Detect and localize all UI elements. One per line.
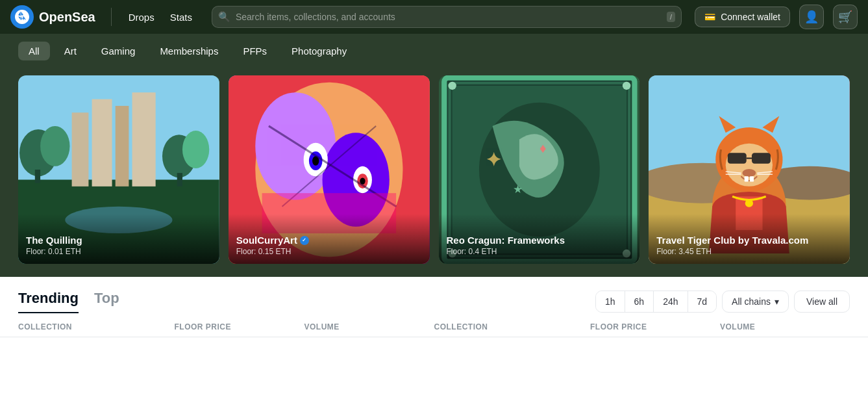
col-volume-left: Volume — [304, 322, 434, 331]
search-wrap: 🔍 / — [212, 6, 682, 28]
svg-rect-52 — [745, 176, 749, 181]
nav-drops[interactable]: Drops — [122, 8, 161, 27]
chains-label: All chains — [732, 296, 771, 307]
svg-rect-48 — [728, 153, 747, 164]
nft-card-1-title: The Quilling — [26, 235, 212, 246]
nft-card-4-floor: Floor: 3.45 ETH — [656, 247, 842, 256]
trending-section: Trending Top 1h 6h 24h 7d All chains ▾ V… — [0, 277, 868, 313]
svg-rect-10 — [35, 170, 40, 183]
trending-header: Trending Top 1h 6h 24h 7d All chains ▾ V… — [18, 290, 850, 313]
nft-card-3-overlay: Reo Cragun: Frameworks Floor: 0.4 ETH — [439, 214, 640, 264]
nft-card-3[interactable]: ✦ ♦ ★ Reo Cragun: Frameworks Floor: 0.4 … — [439, 75, 640, 264]
category-pfps[interactable]: PFPs — [232, 42, 277, 60]
logo[interactable]: OpenSea — [10, 5, 95, 29]
opensea-logo-svg — [15, 10, 29, 24]
connect-wallet-label: Connect wallet — [721, 12, 780, 22]
nft-card-2-floor: Floor: 0.15 ETH — [236, 247, 422, 256]
svg-point-9 — [182, 131, 209, 168]
chevron-down-icon: ▾ — [775, 296, 779, 307]
search-shortcut: / — [667, 12, 675, 22]
svg-text:✦: ✦ — [486, 149, 501, 170]
svg-text:★: ★ — [512, 183, 522, 196]
svg-rect-11 — [177, 173, 182, 187]
svg-rect-49 — [752, 153, 771, 164]
table-header: Collection Floor Price Volume Collection… — [0, 313, 868, 337]
nft-card-3-floor: Floor: 0.4 ETH — [447, 247, 632, 256]
nft-card-4[interactable]: Travel Tiger Club by Travala.com Floor: … — [649, 75, 850, 264]
nft-card-3-title: Reo Cragun: Frameworks — [447, 235, 632, 246]
svg-point-36 — [622, 82, 630, 90]
verified-badge: ✓ — [300, 236, 309, 245]
category-bar: All Art Gaming Memberships PFPs Photogra… — [0, 34, 868, 68]
nft-card-2[interactable]: SoulCurryArt ✓ Floor: 0.15 ETH — [229, 75, 430, 264]
cart-button[interactable]: 🛒 — [833, 5, 858, 29]
nft-card-1-overlay: The Quilling Floor: 0.01 ETH — [18, 214, 219, 264]
nft-card-4-overlay: Travel Tiger Club by Travala.com Floor: … — [649, 214, 850, 264]
col-floor-left: Floor Price — [175, 322, 304, 331]
main-nav: Drops Stats — [122, 8, 199, 27]
svg-point-59 — [745, 199, 753, 207]
header: OpenSea Drops Stats 🔍 / 💳 Connect wallet… — [0, 0, 868, 34]
tab-trending[interactable]: Trending — [18, 290, 79, 313]
svg-rect-2 — [72, 112, 89, 187]
wallet-icon: 💳 — [704, 12, 715, 22]
connect-wallet-button[interactable]: 💳 Connect wallet — [695, 6, 790, 27]
svg-rect-3 — [92, 99, 112, 187]
logo-text: OpenSea — [39, 10, 95, 25]
svg-rect-53 — [750, 176, 754, 181]
time-filter-group: 1h 6h 24h 7d — [595, 291, 717, 313]
time-btn-24h[interactable]: 24h — [654, 291, 688, 312]
svg-point-47 — [726, 144, 773, 187]
svg-point-7 — [40, 126, 69, 166]
category-photography[interactable]: Photography — [281, 42, 357, 60]
nft-card-1-floor: Floor: 0.01 ETH — [26, 247, 212, 256]
category-gaming[interactable]: Gaming — [91, 42, 146, 60]
all-chains-button[interactable]: All chains ▾ — [722, 291, 789, 313]
svg-point-51 — [743, 169, 756, 177]
nft-cards-section: The Quilling Floor: 0.01 ETH — [0, 68, 868, 277]
category-memberships[interactable]: Memberships — [149, 42, 229, 60]
search-icon: 🔍 — [218, 11, 230, 23]
svg-rect-4 — [116, 106, 129, 187]
tab-top[interactable]: Top — [94, 290, 119, 313]
col-floor-right: Floor Price — [590, 322, 720, 331]
nav-stats[interactable]: Stats — [164, 8, 199, 27]
svg-rect-5 — [132, 92, 156, 187]
svg-text:♦: ♦ — [539, 140, 546, 155]
trending-tabs: Trending Top — [18, 290, 119, 313]
category-art[interactable]: Art — [54, 42, 87, 60]
cart-icon: 🛒 — [838, 10, 852, 24]
profile-button[interactable]: 👤 — [799, 5, 824, 29]
time-btn-7d[interactable]: 7d — [688, 291, 717, 312]
category-all[interactable]: All — [18, 42, 50, 60]
nft-card-2-title: SoulCurryArt ✓ — [236, 235, 422, 246]
svg-point-35 — [448, 82, 456, 90]
nft-card-1[interactable]: The Quilling Floor: 0.01 ETH — [18, 75, 219, 264]
header-divider — [111, 8, 112, 26]
time-btn-1h[interactable]: 1h — [596, 291, 625, 312]
nft-card-4-title: Travel Tiger Club by Travala.com — [656, 235, 842, 246]
trend-controls: 1h 6h 24h 7d All chains ▾ View all — [595, 291, 850, 313]
nft-card-2-overlay: SoulCurryArt ✓ Floor: 0.15 ETH — [229, 214, 430, 264]
logo-icon — [10, 5, 34, 29]
col-collection-left: Collection — [18, 322, 175, 331]
profile-icon: 👤 — [804, 10, 819, 24]
col-collection-right: Collection — [434, 322, 591, 331]
search-input[interactable] — [212, 6, 682, 28]
view-all-button[interactable]: View all — [794, 291, 850, 313]
time-btn-6h[interactable]: 6h — [625, 291, 654, 312]
col-volume-right: Volume — [720, 322, 850, 331]
